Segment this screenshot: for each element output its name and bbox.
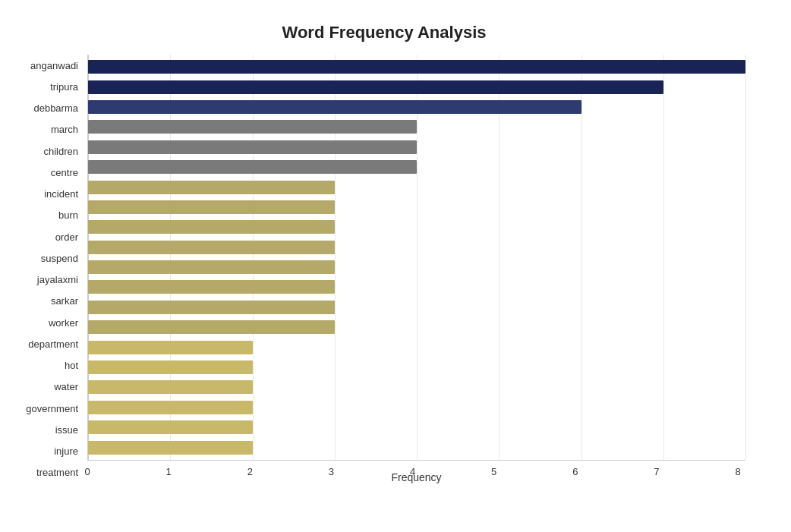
y-axis-label: tripura (50, 82, 83, 92)
bar (88, 360, 253, 374)
bar (88, 60, 745, 74)
y-axis-label: injure (54, 446, 83, 456)
bar-wrapper (88, 140, 745, 154)
bar-wrapper (88, 80, 745, 94)
bar-wrapper (88, 241, 745, 254)
y-axis-label: order (55, 232, 83, 242)
y-axis-label: incident (44, 189, 83, 199)
y-axis-label: issue (55, 425, 83, 435)
bar (88, 140, 417, 154)
grid-line-v (745, 55, 746, 460)
bar (88, 220, 335, 234)
bar (88, 120, 417, 134)
bar-wrapper (88, 360, 745, 374)
y-axis-label: worker (49, 318, 83, 328)
y-axis: anganwaditripuradebbarmamarchchildrencen… (8, 55, 87, 483)
bar-wrapper (88, 280, 745, 294)
bar (88, 200, 335, 214)
bar-wrapper (88, 181, 745, 194)
y-axis-label: treatment (36, 467, 83, 477)
y-axis-label: department (28, 339, 83, 349)
y-axis-label: water (54, 382, 83, 392)
y-axis-label: anganwadi (30, 61, 83, 71)
bar (88, 380, 253, 394)
bar-wrapper (88, 341, 745, 354)
x-axis-title: Frequency (87, 471, 745, 483)
bar (88, 341, 253, 354)
bar-wrapper (88, 60, 745, 74)
bar (88, 241, 335, 254)
y-axis-label: sarkar (51, 296, 83, 306)
y-axis-label: hot (65, 360, 83, 370)
chart-title: Word Frequency Analysis (8, 15, 761, 42)
bar (88, 100, 581, 114)
bar (88, 301, 335, 314)
bar-wrapper (88, 120, 745, 134)
bar (88, 280, 335, 294)
bar (88, 420, 253, 434)
y-axis-label: children (43, 146, 83, 156)
bar-wrapper (88, 260, 745, 274)
y-axis-label: suspend (41, 253, 83, 263)
plot-area: 012345678 Frequency (87, 55, 761, 483)
bar-wrapper (88, 401, 745, 414)
y-axis-label: jayalaxmi (37, 275, 83, 285)
bar-wrapper (88, 160, 745, 174)
bar-wrapper (88, 420, 745, 434)
bar (88, 320, 335, 334)
bar (88, 401, 253, 414)
bar-wrapper (88, 200, 745, 214)
bar-wrapper (88, 220, 745, 234)
y-axis-label: burn (58, 210, 83, 220)
y-axis-label: government (26, 404, 83, 414)
bars-container (88, 55, 745, 460)
bar-wrapper (88, 320, 745, 334)
bar-wrapper (88, 100, 745, 114)
chart-container: Word Frequency Analysis anganwaditripura… (0, 0, 791, 532)
bar-wrapper (88, 301, 745, 314)
bar (88, 260, 335, 274)
bar-wrapper (88, 380, 745, 394)
y-axis-label: centre (51, 168, 83, 178)
y-axis-label: debbarma (33, 103, 83, 113)
y-axis-label: march (51, 124, 83, 134)
bar (88, 181, 335, 194)
bar (88, 160, 417, 174)
bar (88, 80, 663, 94)
